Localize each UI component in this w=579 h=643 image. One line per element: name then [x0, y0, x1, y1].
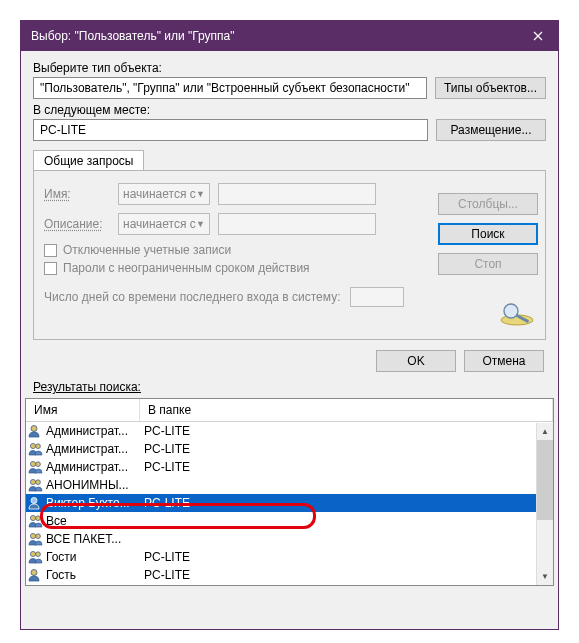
- scroll-up-button[interactable]: ▲: [537, 423, 553, 440]
- name-mode-value: начинается с: [123, 187, 196, 201]
- titlebar-text: Выбор: "Пользователь" или "Группа": [31, 29, 518, 43]
- header-folder[interactable]: В папке: [140, 399, 553, 421]
- name-label: Имя:: [44, 187, 110, 201]
- chevron-down-icon: ▼: [196, 219, 205, 229]
- non-expiring-pwd-checkbox[interactable]: [44, 262, 57, 275]
- close-icon: [533, 31, 543, 41]
- table-row[interactable]: АНОНИМНЫ...: [26, 476, 553, 494]
- content-area: Выберите тип объекта: "Пользователь", "Г…: [21, 51, 558, 340]
- columns-button[interactable]: Столбцы...: [438, 193, 538, 215]
- table-row[interactable]: ГостьPC-LITE: [26, 566, 553, 584]
- object-types-button[interactable]: Типы объектов...: [435, 77, 546, 99]
- titlebar: Выбор: "Пользователь" или "Группа": [21, 21, 558, 51]
- scrollbar[interactable]: ▲ ▼: [536, 423, 553, 585]
- results-list: Имя В папке Администрат...PC-LITEАдминис…: [25, 398, 554, 586]
- find-button[interactable]: Поиск: [438, 223, 538, 245]
- disabled-accounts-label: Отключенные учетные записи: [63, 243, 231, 257]
- chevron-down-icon: ▼: [196, 189, 205, 199]
- description-mode-value: начинается с: [123, 217, 196, 231]
- description-mode-select[interactable]: начинается с ▼: [118, 213, 210, 235]
- svg-point-9: [36, 480, 41, 485]
- object-type-field: "Пользователь", "Группа" или "Встроенный…: [33, 77, 427, 99]
- tab-common-queries[interactable]: Общие запросы: [33, 150, 144, 171]
- disabled-accounts-checkbox[interactable]: [44, 244, 57, 257]
- last-login-days-input[interactable]: [350, 287, 404, 307]
- cancel-button[interactable]: Отмена: [464, 350, 544, 372]
- scroll-down-button[interactable]: ▼: [537, 568, 553, 585]
- scroll-thumb[interactable]: [537, 440, 553, 520]
- location-label: В следующем месте:: [33, 103, 546, 117]
- svg-point-11: [30, 515, 35, 520]
- name-mode-select[interactable]: начинается с ▼: [118, 183, 210, 205]
- description-label: Описание:: [44, 217, 110, 231]
- table-row[interactable]: Администрат...PC-LITE: [26, 440, 553, 458]
- svg-point-17: [31, 570, 37, 576]
- svg-point-15: [30, 551, 35, 556]
- search-decor-icon: [497, 300, 537, 329]
- svg-point-7: [36, 462, 41, 467]
- name-input[interactable]: [218, 183, 376, 205]
- svg-point-8: [30, 479, 35, 484]
- table-row[interactable]: Все: [26, 512, 553, 530]
- close-button[interactable]: [518, 21, 558, 51]
- table-row[interactable]: ВСЕ ПАКЕТ...: [26, 530, 553, 548]
- svg-point-10: [31, 498, 37, 504]
- right-button-column: Столбцы... Поиск Стоп: [438, 193, 538, 275]
- svg-point-4: [30, 443, 35, 448]
- svg-point-14: [36, 534, 41, 539]
- ok-button[interactable]: OK: [376, 350, 456, 372]
- header-name[interactable]: Имя: [26, 399, 140, 421]
- svg-point-1: [504, 304, 518, 318]
- results-label: Результаты поиска:: [21, 378, 558, 396]
- results-body[interactable]: Администрат...PC-LITEАдминистрат...PC-LI…: [26, 422, 553, 584]
- non-expiring-pwd-label: Пароли с неограниченным сроком действия: [63, 261, 310, 275]
- table-row[interactable]: Администрат...PC-LITE: [26, 458, 553, 476]
- description-input[interactable]: [218, 213, 376, 235]
- table-row[interactable]: ГостиPC-LITE: [26, 548, 553, 566]
- object-type-label: Выберите тип объекта:: [33, 61, 546, 75]
- svg-point-16: [36, 552, 41, 557]
- svg-point-13: [30, 533, 35, 538]
- stop-button[interactable]: Стоп: [438, 253, 538, 275]
- table-row[interactable]: Администрат...PC-LITE: [26, 422, 553, 440]
- svg-point-3: [31, 426, 37, 432]
- results-header: Имя В папке: [26, 399, 553, 422]
- table-row[interactable]: Виктор Бухте...PC-LITE: [26, 494, 553, 512]
- svg-point-6: [30, 461, 35, 466]
- ok-cancel-row: OK Отмена: [21, 340, 558, 378]
- svg-point-12: [36, 516, 41, 521]
- last-login-label: Число дней со времени последнего входа в…: [44, 290, 340, 304]
- svg-point-5: [36, 444, 41, 449]
- location-field: PC-LITE: [33, 119, 428, 141]
- location-button[interactable]: Размещение...: [436, 119, 546, 141]
- dialog-window: Выбор: "Пользователь" или "Группа" Выбер…: [20, 20, 559, 630]
